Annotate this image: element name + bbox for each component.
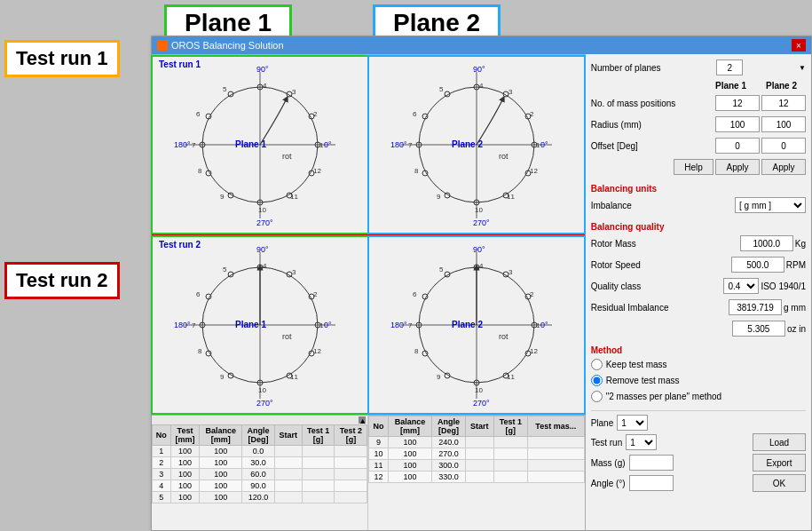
svg-text:rot: rot <box>282 152 292 161</box>
residual-label: Residual Imbalance <box>591 303 669 313</box>
table1-scroll-up[interactable]: ▲ <box>359 416 366 424</box>
plane1-offset-input[interactable] <box>715 138 760 154</box>
svg-text:11: 11 <box>507 373 515 381</box>
testrun1-row: Test run 1 90° 270° 180° 0° <box>152 54 585 234</box>
method2-radio[interactable] <box>591 375 603 386</box>
col2-start: Start <box>465 416 493 437</box>
svg-text:6: 6 <box>196 290 201 298</box>
polar-wrap-3: 90° 270° 180° 0° 4 3 2 1 <box>154 238 366 412</box>
method1-radio[interactable] <box>591 359 603 370</box>
plane2-table: No Balance[mm] Angle[Deg] Start Test 1[g… <box>368 416 584 483</box>
method1-label: Keep test mass <box>606 360 667 369</box>
svg-text:10: 10 <box>475 206 483 214</box>
plane1-header: Plane 1 <box>706 81 755 91</box>
svg-text:0°: 0° <box>540 321 548 329</box>
plane2-mass-pos-input[interactable] <box>761 95 806 111</box>
num-planes-row: Number of planes ▼ <box>591 59 806 75</box>
plane1-mass-pos-input[interactable] <box>715 95 760 111</box>
diagram-title-run2: Test run 2 <box>159 240 201 250</box>
svg-text:rot: rot <box>282 332 292 341</box>
offset-inputs <box>715 138 806 154</box>
svg-text:Plane 2: Plane 2 <box>452 139 483 149</box>
col-start: Start <box>274 425 302 446</box>
plane2-radius-input[interactable] <box>761 116 806 132</box>
rotor-speed-row: Rotor Speed RPM <box>591 257 806 273</box>
plane2-offset-input[interactable] <box>761 138 806 154</box>
mass-pos-label: No. of mass positions <box>591 99 715 108</box>
quality-class-select[interactable]: 0.4 <box>723 278 759 294</box>
export-button[interactable]: Export <box>753 454 806 472</box>
plane-label: Plane <box>591 418 614 428</box>
method1-row: Keep test mass <box>591 359 806 370</box>
svg-text:7: 7 <box>192 321 196 329</box>
num-planes-input[interactable] <box>716 59 743 75</box>
num-planes-spinner[interactable]: ▼ <box>799 64 806 72</box>
mass-g-input[interactable] <box>629 455 674 471</box>
offset-row: Offset [Deg] <box>591 138 806 154</box>
method3-row: "2 masses per plane" method <box>591 391 806 402</box>
svg-text:180°: 180° <box>174 140 191 149</box>
svg-text:1: 1 <box>319 141 324 149</box>
svg-text:8: 8 <box>198 347 202 355</box>
polar-svg-1: 90° 270° 180° 0° 4 3 2 1 <box>171 63 349 227</box>
imbalance-select[interactable]: [ g mm ] <box>735 197 806 213</box>
close-button[interactable]: × <box>792 39 806 52</box>
main-window: OROS Balancing Solution × Test run 1 <box>151 36 812 531</box>
ok-button[interactable]: OK <box>753 474 806 492</box>
table-row: 10100270.0 <box>369 448 584 460</box>
help-button[interactable]: Help <box>674 159 713 175</box>
residual-unit2: oz in <box>787 324 806 334</box>
rotor-mass-unit: Kg <box>795 239 806 249</box>
plane-select[interactable]: 1 <box>617 415 648 431</box>
svg-text:7: 7 <box>192 141 196 149</box>
col-angle-deg: Angle[Deg] <box>242 425 274 446</box>
apply2-button[interactable]: Apply <box>761 159 806 175</box>
method-header: Method <box>591 345 806 355</box>
svg-text:2: 2 <box>313 290 318 298</box>
method2-row: Remove test mass <box>591 375 806 386</box>
svg-text:5: 5 <box>223 266 227 273</box>
offset-label: Offset [Deg] <box>591 141 715 151</box>
plane1-table: No Test[mm] Balance[mm] Angle[Deg] Start… <box>152 424 367 503</box>
svg-text:1: 1 <box>536 321 540 329</box>
test-run-select[interactable]: 1 <box>626 434 657 450</box>
load-button[interactable]: Load <box>753 433 806 451</box>
testrun2-row: Test run 2 90° 270° 180° 0° 4 <box>152 234 585 415</box>
quality-class-label: Quality class <box>591 281 642 291</box>
svg-text:0°: 0° <box>324 321 332 329</box>
rotor-speed-input[interactable] <box>731 257 784 273</box>
bottom-section: Plane 1 Test run 1 Load Mass (g) Export <box>591 410 806 495</box>
col-test1-g: Test 1[g] <box>302 425 335 446</box>
svg-text:5: 5 <box>439 85 444 93</box>
rotor-speed-label: Rotor Speed <box>591 260 641 270</box>
residual-row: Residual Imbalance g mm <box>591 299 806 315</box>
polar-svg-4: 90° 270° 180° 0° 4 3 2 1 <box>388 243 565 408</box>
residual-input2[interactable] <box>732 321 785 337</box>
angle-input[interactable] <box>629 475 674 491</box>
svg-text:8: 8 <box>198 167 202 175</box>
app-icon <box>157 40 168 51</box>
diagrams-area: Test run 1 90° 270° 180° 0° <box>152 54 586 530</box>
svg-text:0°: 0° <box>324 140 332 149</box>
svg-text:7: 7 <box>408 141 413 149</box>
svg-text:9: 9 <box>220 373 225 381</box>
svg-text:6: 6 <box>196 110 201 118</box>
apply1-button[interactable]: Apply <box>715 159 760 175</box>
residual-input1[interactable] <box>729 299 782 315</box>
col2-no: No <box>369 416 388 437</box>
svg-text:Plane 1: Plane 1 <box>235 320 266 329</box>
table-row: 310010060.0 <box>153 469 367 480</box>
col2-balance-mm: Balance[mm] <box>388 416 432 437</box>
col-test-mm: Test[mm] <box>170 425 200 446</box>
diagram-plane2-run2: 90° 270° 180° 0° 4 3 2 1 <box>368 236 584 414</box>
residual-unit1: g mm <box>784 303 806 313</box>
method3-radio[interactable] <box>591 391 603 402</box>
svg-text:6: 6 <box>413 290 417 298</box>
rotor-mass-input[interactable] <box>740 235 793 251</box>
col-balance-mm: Balance[mm] <box>200 425 242 446</box>
svg-text:3: 3 <box>292 88 296 96</box>
col2-angle-deg: Angle[Deg] <box>432 416 466 437</box>
plane1-radius-input[interactable] <box>715 116 760 132</box>
title-bar-left: OROS Balancing Solution <box>157 40 284 51</box>
svg-text:4: 4 <box>479 262 484 270</box>
